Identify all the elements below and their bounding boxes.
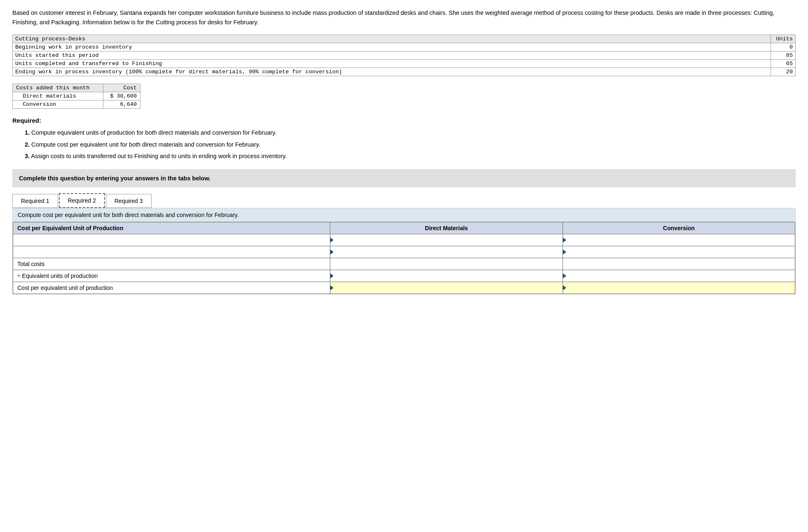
cutting-table-row: Units started this period 85: [13, 51, 796, 60]
cutting-row-value: 85: [771, 51, 796, 60]
required-heading: Required:: [12, 117, 796, 124]
cutting-table-row: Beginning work in process inventory 0: [13, 43, 796, 51]
required-list: 1. Compute equivalent units of productio…: [25, 128, 796, 161]
answer-row-col2[interactable]: [330, 246, 563, 258]
input-triangle-icon: [563, 238, 566, 243]
answer-row-col3[interactable]: [563, 234, 795, 246]
answer-row-col3[interactable]: [563, 282, 795, 294]
answer-table-row[interactable]: [13, 246, 795, 258]
answer-input-col2[interactable]: [335, 246, 562, 258]
cutting-table-row: Units completed and transferred to Finis…: [13, 60, 796, 68]
answer-input-col3[interactable]: [568, 246, 795, 258]
input-triangle-icon: [563, 273, 566, 278]
tab-instruction: Compute cost per equivalent unit for bot…: [13, 208, 795, 222]
costs-header-cost: Cost: [103, 84, 140, 92]
costs-table-row: Conversion 6,640: [13, 100, 140, 109]
answer-row-col3[interactable]: [563, 246, 795, 258]
tab-required-2[interactable]: Required 2: [59, 193, 105, 208]
costs-row-label: Direct materials: [13, 92, 103, 100]
answer-table-row[interactable]: [13, 234, 795, 246]
costs-header-label: Costs added this month: [13, 84, 103, 92]
cutting-row-label: Units completed and transferred to Finis…: [13, 60, 771, 68]
cutting-table-header-units: Units: [771, 35, 796, 43]
complete-question-box: Complete this question by entering your …: [12, 169, 796, 187]
answer-table-row[interactable]: Cost per equivalent unit of production: [13, 282, 795, 294]
answer-row-label: [13, 234, 330, 246]
cutting-table-header-label: Cutting process–Desks: [13, 35, 771, 43]
tab-required-3[interactable]: Required 3: [106, 194, 152, 208]
cutting-row-value: 0: [771, 43, 796, 51]
required-item: 1. Compute equivalent units of productio…: [25, 128, 796, 138]
costs-table-row: Direct materials $ 30,600: [13, 92, 140, 100]
costs-row-value: 6,640: [103, 100, 140, 109]
answer-row-label: [13, 246, 330, 258]
answer-input-col3[interactable]: [568, 270, 795, 282]
input-triangle-icon: [563, 250, 566, 254]
answer-row-label: ÷ Equivalent units of production: [13, 270, 330, 282]
cutting-row-label: Beginning work in process inventory: [13, 43, 771, 51]
tabs-container: Required 1Required 2Required 3: [12, 193, 796, 208]
cutting-row-label: Ending work in process inventory (100% c…: [13, 68, 771, 76]
cutting-row-value: 65: [771, 60, 796, 68]
required-item: 2. Compute cost per equivalent unit for …: [25, 140, 796, 149]
tab-required-1[interactable]: Required 1: [12, 194, 58, 208]
answer-table-row[interactable]: ÷ Equivalent units of production: [13, 270, 795, 282]
input-triangle-icon: [330, 250, 334, 254]
answer-input-col3[interactable]: [568, 234, 795, 246]
answer-input-col2[interactable]: [335, 234, 562, 246]
answer-row-label: Cost per equivalent unit of production: [13, 282, 330, 294]
required-item: 3. Assign costs to units transferred out…: [25, 152, 796, 161]
answer-row-col2: [330, 258, 563, 270]
input-triangle-icon: [563, 285, 566, 290]
intro-paragraph: Based on customer interest in February, …: [12, 8, 796, 27]
answer-table-col2-header: Direct Materials: [330, 222, 563, 234]
tab-content-area: Compute cost per equivalent unit for bot…: [12, 208, 796, 294]
answer-row-col2[interactable]: [330, 234, 563, 246]
answer-input-col2[interactable]: [335, 270, 562, 282]
input-triangle-icon: [330, 238, 334, 243]
answer-row-col2[interactable]: [330, 282, 563, 294]
input-triangle-icon: [330, 285, 334, 290]
answer-table[interactable]: Cost per Equivalent Unit of Production D…: [13, 222, 795, 294]
answer-row-col2[interactable]: [330, 270, 563, 282]
costs-table: Costs added this month Cost Direct mater…: [12, 84, 140, 109]
costs-row-value: $ 30,600: [103, 92, 140, 100]
answer-table-col1-header: Cost per Equivalent Unit of Production: [13, 222, 330, 234]
answer-row-col3[interactable]: [563, 270, 795, 282]
cutting-process-table: Cutting process–Desks Units Beginning wo…: [12, 35, 796, 76]
answer-table-row[interactable]: Total costs: [13, 258, 795, 270]
cutting-row-label: Units started this period: [13, 51, 771, 60]
answer-input-col3[interactable]: [568, 282, 795, 294]
answer-row-label: Total costs: [13, 258, 330, 270]
answer-table-col3-header: Conversion: [563, 222, 795, 234]
answer-input-col2[interactable]: [335, 282, 562, 294]
cutting-table-row: Ending work in process inventory (100% c…: [13, 68, 796, 76]
cutting-row-value: 20: [771, 68, 796, 76]
input-triangle-icon: [330, 273, 334, 278]
costs-row-label: Conversion: [13, 100, 103, 109]
answer-row-col3: [563, 258, 795, 270]
